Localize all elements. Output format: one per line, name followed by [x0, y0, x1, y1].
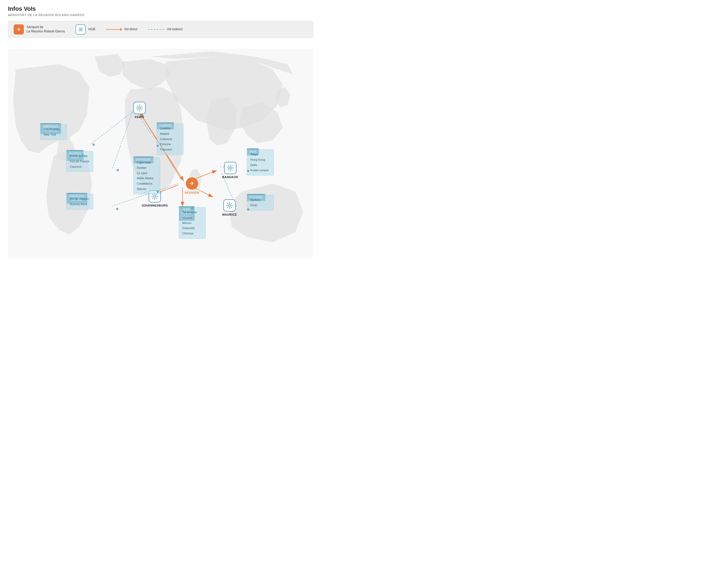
hub-icon-symbol: ⊞ — [79, 26, 83, 33]
svg-line-39 — [228, 166, 229, 167]
legend-hub-label: HUB — [88, 27, 95, 31]
dot-oceanie — [247, 208, 249, 211]
iles-ocean-indien-cities: TananariveVictoriaMoroniDzaoudziChennai — [179, 207, 206, 239]
dot-afrique — [157, 191, 159, 193]
svg-point-43 — [229, 204, 231, 207]
svg-line-22 — [141, 109, 142, 110]
dot-iles — [191, 207, 193, 209]
paris-hub-icon — [133, 102, 146, 114]
amerique-sud-cities: Rio de JaneiroBuenos Aires — [66, 194, 93, 209]
maurice-label: MAURICE — [222, 213, 237, 216]
legend-bar: ✈ Aéroport de La Réunion Roland-Garros ⊞… — [8, 21, 313, 38]
reunion-label: RÉUNION — [185, 191, 199, 194]
svg-line-51 — [227, 207, 228, 208]
bangkok-label: BANGKOK — [222, 175, 238, 179]
legend-airport-label: Aéroport de La Réunion Roland-Garros — [26, 25, 65, 34]
paris-hub: PARIS — [133, 102, 146, 119]
asie-cities: TokyoHong KongDelhiKuala Lumpur — [247, 149, 274, 175]
direct-arrow-line — [106, 29, 122, 30]
page-subtitle: AÉROPORT DE LA RÉUNION ROLAND-GARROS — [8, 14, 313, 17]
maurice-hub: MAURICE — [222, 199, 237, 216]
legend-indirect: Vol indirect — [148, 27, 182, 31]
page-container: Infos Vols AÉROPORT DE LA RÉUNION ROLAND… — [0, 0, 321, 268]
svg-line-48 — [227, 203, 228, 204]
bangkok-hub-icon — [224, 162, 236, 174]
plane-icon: ✈ — [17, 26, 21, 33]
dot-europe — [157, 145, 159, 147]
dot-amerique-nord — [93, 144, 95, 146]
hub-legend-icon: ⊞ — [75, 24, 86, 35]
svg-line-31 — [156, 198, 157, 199]
amerique-nord-cities: Los AngelesNew York — [40, 124, 67, 140]
page-title: Infos Vols — [8, 5, 313, 12]
svg-line-33 — [152, 198, 153, 199]
reunion-hub: ✈ RÉUNION — [185, 177, 199, 194]
dot-autres-dom — [117, 169, 119, 171]
svg-line-21 — [137, 106, 138, 107]
legend-direct: Vol direct — [106, 27, 137, 31]
legend-hub: ⊞ HUB — [75, 24, 95, 35]
svg-line-40 — [232, 169, 233, 170]
svg-line-23 — [141, 106, 142, 107]
afrique-cities: Cape townDurbanLe caireAddis AbebaCasabl… — [133, 158, 160, 194]
indirect-dashed-line — [148, 29, 164, 30]
airport-icon: ✈ — [14, 24, 24, 35]
svg-line-50 — [231, 203, 232, 204]
reunion-plane-icon: ✈ — [190, 180, 194, 187]
svg-point-34 — [229, 167, 231, 169]
svg-line-49 — [231, 207, 232, 208]
paris-label: PARIS — [135, 115, 144, 119]
legend-indirect-label: Vol indirect — [167, 27, 182, 31]
johannesburg-label: JOHANNESBURG — [142, 204, 168, 207]
dot-asie — [247, 170, 249, 172]
legend-airport: ✈ Aéroport de La Réunion Roland-Garros — [14, 24, 65, 35]
autres-dom-cities: Pointe à PitreFort de FranceCayenne — [66, 151, 93, 172]
maurice-hub-icon — [223, 199, 236, 212]
legend-direct-label: Vol direct — [124, 27, 137, 31]
svg-line-42 — [228, 169, 229, 170]
oceanie-cities: SydneyPerth — [247, 195, 274, 211]
svg-point-16 — [138, 107, 141, 109]
svg-line-41 — [232, 166, 233, 167]
europe-cities: LondresMadridLisbonneFimicinoFrancfort — [157, 124, 183, 155]
svg-point-25 — [154, 195, 156, 197]
reunion-hub-icon: ✈ — [186, 177, 198, 190]
bangkok-hub: BANGKOK — [222, 162, 238, 179]
dot-amerique-sud — [116, 208, 118, 210]
svg-line-24 — [137, 109, 138, 110]
map-container: PARIS JOHANNESBURG — [8, 43, 313, 263]
